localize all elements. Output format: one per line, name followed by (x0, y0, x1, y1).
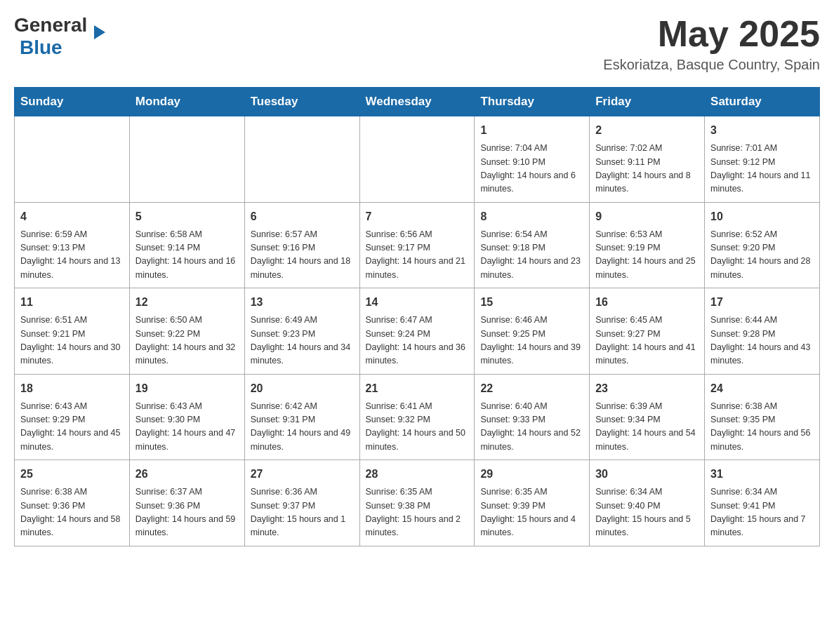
calendar-week-row: 11Sunrise: 6:51 AM Sunset: 9:21 PM Dayli… (15, 288, 820, 375)
month-year-title: May 2025 (603, 14, 820, 54)
day-number: 29 (480, 466, 583, 483)
calendar-day-cell (129, 116, 244, 203)
day-info: Sunrise: 6:50 AM Sunset: 9:22 PM Dayligh… (135, 314, 239, 368)
logo-blue-text: Blue (20, 36, 62, 59)
day-info: Sunrise: 7:02 AM Sunset: 9:11 PM Dayligh… (595, 142, 699, 196)
title-section: May 2025 Eskoriatza, Basque Country, Spa… (603, 14, 820, 73)
svg-marker-0 (94, 25, 105, 39)
calendar-day-header: Saturday (705, 88, 820, 116)
day-number: 31 (710, 466, 814, 483)
day-number: 5 (135, 208, 239, 225)
day-number: 17 (710, 294, 814, 311)
calendar-week-row: 1Sunrise: 7:04 AM Sunset: 9:10 PM Daylig… (15, 116, 820, 203)
day-number: 16 (595, 294, 699, 311)
calendar-table: SundayMondayTuesdayWednesdayThursdayFrid… (14, 87, 820, 546)
day-number: 6 (251, 208, 354, 225)
day-number: 19 (135, 380, 239, 397)
calendar-day-cell: 21Sunrise: 6:41 AM Sunset: 9:32 PM Dayli… (359, 374, 475, 460)
day-info: Sunrise: 6:53 AM Sunset: 9:19 PM Dayligh… (595, 228, 699, 283)
calendar-day-cell: 10Sunrise: 6:52 AM Sunset: 9:20 PM Dayli… (705, 202, 820, 288)
day-number: 18 (20, 380, 124, 397)
calendar-week-row: 4Sunrise: 6:59 AM Sunset: 9:13 PM Daylig… (15, 202, 820, 288)
day-info: Sunrise: 6:40 AM Sunset: 9:33 PM Dayligh… (480, 400, 583, 455)
logo-general-text: General (14, 14, 87, 36)
calendar-day-cell (359, 116, 475, 203)
day-info: Sunrise: 6:34 AM Sunset: 9:41 PM Dayligh… (710, 485, 814, 540)
calendar-day-cell (15, 116, 130, 203)
day-number: 20 (251, 380, 354, 397)
day-info: Sunrise: 7:01 AM Sunset: 9:12 PM Dayligh… (710, 142, 814, 196)
day-info: Sunrise: 6:49 AM Sunset: 9:23 PM Dayligh… (251, 314, 354, 368)
day-info: Sunrise: 7:04 AM Sunset: 9:10 PM Dayligh… (480, 142, 583, 196)
calendar-day-cell: 7Sunrise: 6:56 AM Sunset: 9:17 PM Daylig… (359, 202, 475, 288)
day-info: Sunrise: 6:58 AM Sunset: 9:14 PM Dayligh… (135, 228, 239, 283)
day-info: Sunrise: 6:44 AM Sunset: 9:28 PM Dayligh… (710, 314, 814, 368)
day-info: Sunrise: 6:43 AM Sunset: 9:30 PM Dayligh… (135, 400, 239, 455)
day-info: Sunrise: 6:42 AM Sunset: 9:31 PM Dayligh… (251, 400, 354, 455)
calendar-day-cell: 17Sunrise: 6:44 AM Sunset: 9:28 PM Dayli… (705, 288, 820, 375)
calendar-day-cell: 1Sunrise: 7:04 AM Sunset: 9:10 PM Daylig… (475, 116, 590, 203)
day-number: 14 (366, 294, 469, 311)
day-number: 10 (710, 208, 814, 225)
calendar-day-cell: 31Sunrise: 6:34 AM Sunset: 9:41 PM Dayli… (705, 460, 820, 546)
day-info: Sunrise: 6:56 AM Sunset: 9:17 PM Dayligh… (366, 228, 469, 283)
calendar-day-header: Monday (129, 88, 244, 116)
calendar-week-row: 25Sunrise: 6:38 AM Sunset: 9:36 PM Dayli… (15, 460, 820, 546)
calendar-day-cell: 4Sunrise: 6:59 AM Sunset: 9:13 PM Daylig… (15, 202, 130, 288)
calendar-day-cell: 28Sunrise: 6:35 AM Sunset: 9:38 PM Dayli… (359, 460, 475, 546)
day-info: Sunrise: 6:59 AM Sunset: 9:13 PM Dayligh… (20, 228, 124, 283)
day-info: Sunrise: 6:43 AM Sunset: 9:29 PM Dayligh… (20, 400, 124, 455)
day-number: 3 (710, 122, 814, 139)
calendar-day-cell: 14Sunrise: 6:47 AM Sunset: 9:24 PM Dayli… (359, 288, 475, 375)
calendar-day-cell: 26Sunrise: 6:37 AM Sunset: 9:36 PM Dayli… (129, 460, 244, 546)
day-number: 7 (366, 208, 469, 225)
day-number: 30 (595, 466, 699, 483)
calendar-day-cell: 13Sunrise: 6:49 AM Sunset: 9:23 PM Dayli… (244, 288, 359, 375)
calendar-day-cell: 6Sunrise: 6:57 AM Sunset: 9:16 PM Daylig… (244, 202, 359, 288)
location-subtitle: Eskoriatza, Basque Country, Spain (603, 57, 820, 73)
day-number: 15 (480, 294, 583, 311)
calendar-day-cell: 5Sunrise: 6:58 AM Sunset: 9:14 PM Daylig… (129, 202, 244, 288)
day-number: 24 (710, 380, 814, 397)
day-number: 25 (20, 466, 124, 483)
logo: General Blue (14, 14, 94, 59)
day-info: Sunrise: 6:38 AM Sunset: 9:35 PM Dayligh… (710, 400, 814, 455)
day-info: Sunrise: 6:38 AM Sunset: 9:36 PM Dayligh… (20, 485, 124, 540)
day-info: Sunrise: 6:52 AM Sunset: 9:20 PM Dayligh… (710, 228, 814, 283)
day-info: Sunrise: 6:35 AM Sunset: 9:39 PM Dayligh… (480, 485, 583, 540)
calendar-day-cell: 9Sunrise: 6:53 AM Sunset: 9:19 PM Daylig… (590, 202, 705, 288)
day-number: 9 (595, 208, 699, 225)
day-number: 23 (595, 380, 699, 397)
calendar-day-cell: 16Sunrise: 6:45 AM Sunset: 9:27 PM Dayli… (590, 288, 705, 375)
day-info: Sunrise: 6:41 AM Sunset: 9:32 PM Dayligh… (366, 400, 469, 455)
day-info: Sunrise: 6:57 AM Sunset: 9:16 PM Dayligh… (251, 228, 354, 283)
calendar-day-cell (244, 116, 359, 203)
day-info: Sunrise: 6:39 AM Sunset: 9:34 PM Dayligh… (595, 400, 699, 455)
day-info: Sunrise: 6:37 AM Sunset: 9:36 PM Dayligh… (135, 485, 239, 540)
calendar-day-cell: 12Sunrise: 6:50 AM Sunset: 9:22 PM Dayli… (129, 288, 244, 375)
day-number: 2 (595, 122, 699, 139)
day-info: Sunrise: 6:51 AM Sunset: 9:21 PM Dayligh… (20, 314, 124, 368)
calendar-day-cell: 25Sunrise: 6:38 AM Sunset: 9:36 PM Dayli… (15, 460, 130, 546)
page-header: General Blue May 2025 Eskoriatza, Basque… (14, 14, 820, 73)
calendar-day-cell: 22Sunrise: 6:40 AM Sunset: 9:33 PM Dayli… (475, 374, 590, 460)
calendar-day-cell: 20Sunrise: 6:42 AM Sunset: 9:31 PM Dayli… (244, 374, 359, 460)
calendar-day-cell: 29Sunrise: 6:35 AM Sunset: 9:39 PM Dayli… (475, 460, 590, 546)
calendar-day-cell: 3Sunrise: 7:01 AM Sunset: 9:12 PM Daylig… (705, 116, 820, 203)
calendar-day-header: Friday (590, 88, 705, 116)
calendar-day-cell: 19Sunrise: 6:43 AM Sunset: 9:30 PM Dayli… (129, 374, 244, 460)
day-number: 12 (135, 294, 239, 311)
day-info: Sunrise: 6:34 AM Sunset: 9:40 PM Dayligh… (595, 485, 699, 540)
calendar-day-cell: 30Sunrise: 6:34 AM Sunset: 9:40 PM Dayli… (590, 460, 705, 546)
calendar-day-cell: 27Sunrise: 6:36 AM Sunset: 9:37 PM Dayli… (244, 460, 359, 546)
day-number: 11 (20, 294, 124, 311)
calendar-day-cell: 2Sunrise: 7:02 AM Sunset: 9:11 PM Daylig… (590, 116, 705, 203)
day-number: 28 (366, 466, 469, 483)
day-info: Sunrise: 6:54 AM Sunset: 9:18 PM Dayligh… (480, 228, 583, 283)
calendar-day-header: Thursday (475, 88, 590, 116)
day-info: Sunrise: 6:35 AM Sunset: 9:38 PM Dayligh… (366, 485, 469, 540)
day-number: 21 (366, 380, 469, 397)
day-number: 4 (20, 208, 124, 225)
calendar-day-header: Sunday (15, 88, 130, 116)
calendar-header-row: SundayMondayTuesdayWednesdayThursdayFrid… (15, 88, 820, 116)
